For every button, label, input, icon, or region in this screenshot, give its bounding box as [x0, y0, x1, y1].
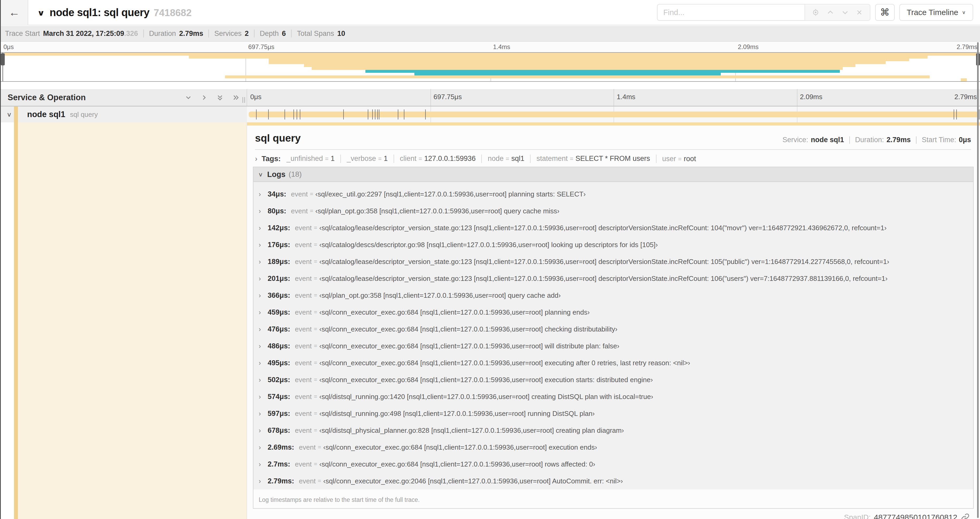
log-field-key: event [295, 410, 312, 418]
log-row[interactable]: › 597μs: event = ‹sql/distsql_running.go… [253, 405, 973, 422]
ruler-gridline [431, 89, 431, 106]
service-operation-title: Service & Operation [1, 93, 86, 102]
log-row[interactable]: › 502μs: event = ‹sql/conn_executor_exec… [253, 371, 973, 388]
collapse-all-icon[interactable] [216, 94, 224, 102]
summary-divider [291, 30, 292, 37]
summary-value: 2.79ms [179, 30, 204, 38]
logs-count: (18) [289, 170, 302, 179]
expand-one-icon[interactable] [200, 94, 208, 102]
ruler-tick-label: 2.09ms [800, 93, 822, 101]
find-prev-icon[interactable] [826, 8, 834, 16]
log-tick-mark [979, 109, 980, 120]
chevron-right-icon: › [259, 376, 268, 384]
minimap-span-bar [269, 59, 909, 61]
find-input[interactable] [657, 4, 805, 21]
logs-header[interactable]: ∨ Logs (18) [253, 167, 973, 182]
span-table-header: Service & Operation [1, 89, 980, 107]
span-row-name-cell[interactable]: ∨ node sql1 sql query [1, 107, 247, 122]
log-equals: = [314, 258, 317, 265]
find-next-icon[interactable] [841, 8, 849, 16]
span-detail-header[interactable]: sql query Service: node sql1 Duration: 2… [255, 133, 971, 144]
chevron-right-icon: › [259, 258, 268, 265]
minimap-left-handle[interactable] [1, 53, 5, 65]
log-timestamp: 574μs: [268, 393, 290, 401]
span-duration-bar[interactable] [249, 112, 979, 117]
log-equals: = [314, 343, 317, 350]
deep-link-icon[interactable] [961, 513, 969, 519]
vertical-scrollbar[interactable] [977, 42, 979, 518]
log-field-key: event [295, 241, 312, 249]
log-row[interactable]: › 2.69ms: event = ‹sql/conn_executor_exe… [253, 439, 973, 456]
log-field-value: ‹sql/catalog/descs/descriptor.go:98 [nsq… [319, 241, 658, 249]
trace-summary-item: Total Spans 10 [297, 30, 345, 38]
tag-equals: = [570, 155, 573, 163]
collapse-trace-icon[interactable]: ∨ [37, 8, 45, 18]
tag-divider [530, 155, 531, 163]
log-equals: = [314, 309, 317, 316]
back-button[interactable]: ← [1, 0, 28, 25]
trace-view-selector[interactable]: Trace Timeline ∨ [899, 4, 973, 21]
log-row[interactable]: › 201μs: event = ‹sql/catalog/lease/desc… [253, 270, 973, 287]
span-row-timeline-cell[interactable] [247, 107, 980, 122]
minimap-span-row [2, 75, 978, 78]
log-row[interactable]: › 574μs: event = ‹sql/distsql_running.go… [253, 388, 973, 405]
locate-icon[interactable] [812, 8, 819, 16]
trace-minimap[interactable] [1, 52, 980, 82]
log-timestamp: 495μs: [268, 359, 290, 367]
log-row[interactable]: › 189μs: event = ‹sql/catalog/lease/desc… [253, 253, 973, 270]
span-row[interactable]: ∨ node sql1 sql query [1, 107, 980, 122]
span-collapse-icon[interactable]: ∨ [6, 111, 14, 118]
collapse-one-icon[interactable] [185, 94, 192, 102]
minimap-span-bar [312, 67, 843, 70]
summary-value: 6 [282, 30, 286, 38]
log-row[interactable]: › 486μs: event = ‹sql/conn_executor_exec… [253, 338, 973, 355]
chevron-right-icon: › [259, 292, 268, 299]
find-clear-icon[interactable] [856, 9, 863, 16]
trace-timeline-page: ← ∨ node sql1: sql query 7418682 [0, 0, 980, 519]
log-equals: = [314, 292, 317, 299]
log-row[interactable]: › 495μs: event = ‹sql/conn_executor_exec… [253, 355, 973, 371]
log-row[interactable]: › 459μs: event = ‹sql/conn_executor_exec… [253, 304, 973, 321]
tag-equals: = [678, 156, 681, 163]
log-row[interactable]: › 476μs: event = ‹sql/conn_executor_exec… [253, 321, 973, 338]
chevron-right-icon: › [259, 308, 268, 316]
log-row[interactable]: › 142μs: event = ‹sql/catalog/lease/desc… [253, 219, 973, 236]
summary-value: 10 [337, 30, 345, 38]
tag-key: user [662, 155, 676, 163]
log-row[interactable]: › 34μs: event = ‹sql/exec_util.go:2297 [… [253, 186, 973, 203]
summary-label: Duration [149, 30, 176, 38]
minimap-span-bar [225, 75, 930, 78]
log-timestamp: 201μs: [268, 275, 290, 283]
overview-value: node sql1 [811, 136, 844, 144]
log-field-key: event [291, 207, 308, 215]
log-equals: = [314, 359, 317, 366]
tag-value: 1 [331, 155, 334, 163]
overview-item: Duration: 2.79ms [844, 136, 911, 144]
log-tick-mark [375, 109, 375, 120]
minimap-span-bar [961, 78, 967, 81]
column-resize-grip[interactable] [242, 97, 245, 103]
ruler-tick-label: 0μs [3, 43, 14, 51]
log-row[interactable]: › 678μs: event = ‹sql/distsql_physical_p… [253, 422, 973, 439]
chevron-down-icon: ∨ [962, 10, 966, 15]
expand-all-icon[interactable] [232, 94, 240, 102]
keyboard-shortcuts-button[interactable]: ⌘ [875, 4, 895, 21]
log-row[interactable]: › 2.79ms: event = ‹sql/conn_executor_exe… [253, 473, 973, 489]
tag-value: SELECT * FROM users [575, 155, 650, 163]
chevron-right-icon: › [259, 460, 268, 468]
tag-item: _unfinished = 1 [286, 155, 347, 163]
log-row[interactable]: › 366μs: event = ‹sql/plan_opt.go:358 [n… [253, 287, 973, 304]
tags-accordion[interactable]: › Tags: _unfinished = 1 _verbose = 1 [255, 155, 971, 163]
trace-view-label: Trace Timeline [907, 8, 958, 17]
log-field-key: event [295, 426, 312, 434]
minimap-span-row [2, 56, 978, 59]
chevron-right-icon: › [259, 444, 268, 451]
log-tick-mark [372, 109, 373, 120]
log-row[interactable]: › 80μs: event = ‹sql/plan_opt.go:358 [ns… [253, 203, 973, 219]
log-row[interactable]: › 2.7ms: event = ‹sql/conn_executor_exec… [253, 456, 973, 473]
log-row[interactable]: › 176μs: event = ‹sql/catalog/descs/desc… [253, 236, 973, 253]
log-field-key: event [295, 376, 312, 384]
log-timestamp: 142μs: [268, 224, 290, 232]
overview-divider [916, 136, 916, 144]
tag-key: node [488, 155, 503, 163]
